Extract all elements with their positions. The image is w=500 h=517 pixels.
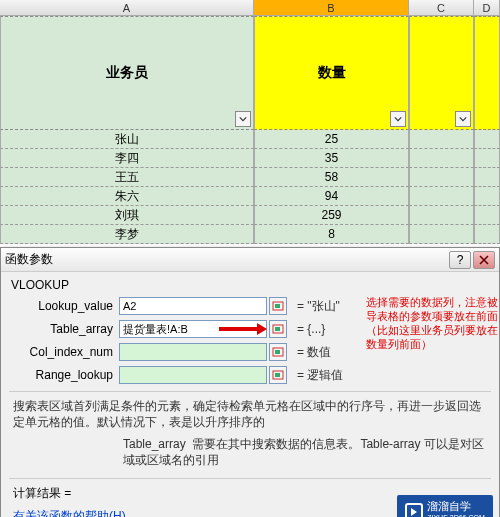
header-label: 业务员: [106, 64, 148, 82]
promo-text: 溜溜自学 ZIXUE.3D66.COM: [427, 500, 485, 517]
cell-quantity[interactable]: 35: [254, 149, 409, 168]
dialog-titlebar[interactable]: 函数参数 ?: [1, 248, 499, 272]
cell-c[interactable]: [409, 206, 474, 225]
function-name: VLOOKUP: [9, 278, 491, 292]
dialog-title: 函数参数: [5, 251, 447, 268]
chevron-down-icon: [394, 115, 402, 123]
header-cell-d[interactable]: [474, 16, 500, 130]
help-button[interactable]: ?: [449, 251, 471, 269]
range-lookup-input[interactable]: [119, 366, 267, 384]
cell-d[interactable]: [474, 206, 500, 225]
param-result: = {...}: [297, 322, 325, 336]
col-header-d[interactable]: D: [474, 0, 500, 15]
play-icon: [405, 503, 423, 517]
cell-c[interactable]: [409, 225, 474, 244]
cell-d[interactable]: [474, 187, 500, 206]
filter-button-b[interactable]: [390, 111, 406, 127]
help-link[interactable]: 有关该函数的帮助(H): [13, 509, 126, 517]
table-row[interactable]: 王五 58: [0, 168, 500, 187]
chevron-down-icon: [459, 115, 467, 123]
cell-salesperson[interactable]: 李梦: [0, 225, 254, 244]
svg-rect-7: [275, 373, 280, 377]
desc-main-text: 搜索表区域首列满足条件的元素，确定待检索单元格在区域中的行序号，再进一步返回选定…: [13, 399, 481, 429]
desc-sub-label: Table_array: [123, 437, 186, 451]
header-cell-salesperson[interactable]: 业务员: [0, 16, 254, 130]
cell-c[interactable]: [409, 168, 474, 187]
cell-c[interactable]: [409, 130, 474, 149]
table-array-input[interactable]: [119, 320, 267, 338]
cell-c[interactable]: [409, 149, 474, 168]
table-row[interactable]: 张山 25: [0, 130, 500, 149]
header-cell-quantity[interactable]: 数量: [254, 16, 409, 130]
range-select-button[interactable]: [269, 343, 287, 361]
cell-quantity[interactable]: 25: [254, 130, 409, 149]
param-label: Range_lookup: [9, 368, 119, 382]
cell-salesperson[interactable]: 张山: [0, 130, 254, 149]
table-header-row: 业务员 数量: [0, 16, 500, 130]
function-description: 搜索表区域首列满足条件的元素，确定待检索单元格在区域中的行序号，再进一步返回选定…: [9, 391, 491, 472]
col-header-b[interactable]: B: [254, 0, 409, 15]
range-select-button[interactable]: [269, 320, 287, 338]
question-icon: ?: [457, 253, 464, 267]
table-row[interactable]: 刘琪 259: [0, 206, 500, 225]
param-result: = 数值: [297, 344, 331, 361]
col-index-input[interactable]: [119, 343, 267, 361]
range-icon: [272, 370, 284, 380]
close-icon: [479, 255, 489, 265]
table-body: 张山 25 李四 35 王五 58 朱六 94 刘琪 259: [0, 130, 500, 244]
filter-button-a[interactable]: [235, 111, 251, 127]
cell-quantity[interactable]: 259: [254, 206, 409, 225]
range-select-button[interactable]: [269, 366, 287, 384]
promo-watermark: 溜溜自学 ZIXUE.3D66.COM: [397, 495, 493, 517]
svg-rect-3: [275, 327, 280, 331]
param-result: = 逻辑值: [297, 367, 343, 384]
chevron-down-icon: [239, 115, 247, 123]
param-label: Table_array: [9, 322, 119, 336]
cell-quantity[interactable]: 8: [254, 225, 409, 244]
svg-rect-1: [275, 304, 280, 308]
cell-salesperson[interactable]: 李四: [0, 149, 254, 168]
range-icon: [272, 301, 284, 311]
param-label: Col_index_num: [9, 345, 119, 359]
param-label: Lookup_value: [9, 299, 119, 313]
cell-salesperson[interactable]: 刘琪: [0, 206, 254, 225]
spreadsheet: A B C D 业务员 数量 张山 25: [0, 0, 500, 244]
cell-d[interactable]: [474, 225, 500, 244]
table-row[interactable]: 李梦 8: [0, 225, 500, 244]
header-cell-c[interactable]: [409, 16, 474, 130]
column-headers: A B C D: [0, 0, 500, 16]
param-row-range-lookup: Range_lookup = 逻辑值: [9, 365, 491, 385]
cell-quantity[interactable]: 58: [254, 168, 409, 187]
table-row[interactable]: 李四 35: [0, 149, 500, 168]
col-header-c[interactable]: C: [409, 0, 474, 15]
cell-salesperson[interactable]: 朱六: [0, 187, 254, 206]
header-label: 数量: [318, 64, 346, 82]
cell-d[interactable]: [474, 168, 500, 187]
filter-button-c[interactable]: [455, 111, 471, 127]
cell-salesperson[interactable]: 王五: [0, 168, 254, 187]
parameter-description: Table_array 需要在其中搜索数据的信息表。Table-array 可以…: [123, 436, 487, 468]
cell-quantity[interactable]: 94: [254, 187, 409, 206]
range-icon: [272, 347, 284, 357]
lookup-value-input[interactable]: [119, 297, 267, 315]
svg-rect-5: [275, 350, 280, 354]
function-arguments-dialog: 函数参数 ? VLOOKUP Lookup_value = "张山" Table…: [0, 247, 500, 517]
col-header-a[interactable]: A: [0, 0, 254, 15]
param-result: = "张山": [297, 298, 340, 315]
cell-c[interactable]: [409, 187, 474, 206]
cell-d[interactable]: [474, 130, 500, 149]
cell-d[interactable]: [474, 149, 500, 168]
close-button[interactable]: [473, 251, 495, 269]
table-row[interactable]: 朱六 94: [0, 187, 500, 206]
range-select-button[interactable]: [269, 297, 287, 315]
range-icon: [272, 324, 284, 334]
annotation-text: 选择需要的数据列，注意被导表格的参数项要放在前面（比如这里业务员列要放在数量列前…: [366, 295, 498, 351]
